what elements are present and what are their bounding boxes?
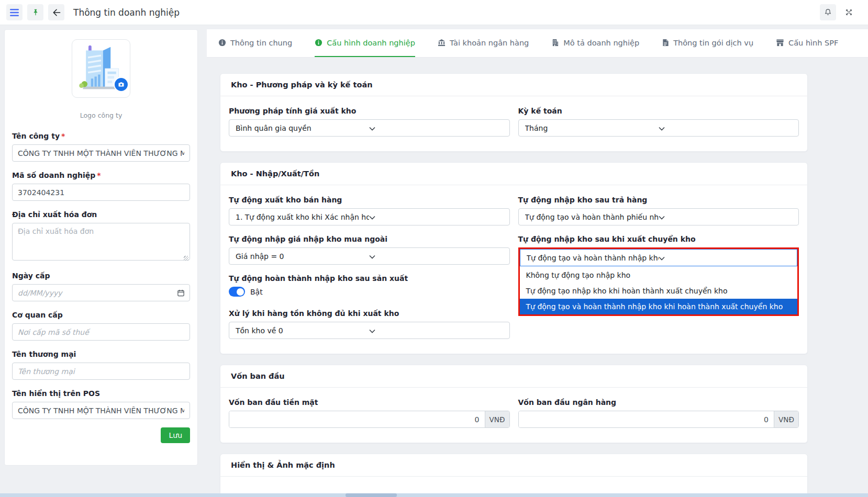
horizontal-scrollbar[interactable]	[0, 493, 868, 497]
tab-mo-ta-doanh-nghiep[interactable]: Mô tả doanh nghiệp	[551, 29, 639, 57]
capital-cash-label: Vốn ban đầu tiền mặt	[229, 398, 510, 406]
camera-icon[interactable]	[114, 77, 129, 92]
chevron-down-icon	[369, 124, 503, 132]
capital-cash-input[interactable]	[229, 411, 485, 427]
highlight-annotation-box: Tự động tạo và hoàn thành nhập kho khi h…	[518, 247, 799, 316]
tabbar: Thông tin chung Cấu hình doanh nghiệp Tà…	[207, 29, 868, 58]
chevron-down-icon	[659, 124, 792, 132]
hamburger-icon	[10, 9, 19, 16]
save-button[interactable]: Lưu	[161, 427, 190, 443]
capital-bank-group: VNĐ	[518, 411, 799, 428]
bell-icon	[824, 8, 832, 17]
company-info-panel: Logo công ty Tên công ty* Mã số doanh ng…	[4, 29, 198, 466]
auto-transfer-option-list: Không tự động tạo nhập kho Tự động tạo n…	[520, 266, 798, 314]
notification-button[interactable]	[820, 4, 836, 20]
auto-transfer-option-3[interactable]: Tự động tạo và hoàn thành nhập kho khi h…	[520, 299, 798, 314]
topbar: Thông tin doanh nghiệp	[0, 0, 868, 25]
tab-cau-hinh-doanh-nghiep[interactable]: Cấu hình doanh nghiệp	[315, 29, 415, 57]
auto-price-select[interactable]: Giá nhập = 0	[229, 247, 510, 265]
insufficient-stock-select[interactable]: Tồn kho về 0	[229, 322, 510, 339]
chevron-down-icon	[369, 213, 503, 221]
tab-cau-hinh-spf[interactable]: Cấu hình SPF	[776, 29, 838, 57]
period-select[interactable]: Tháng	[518, 119, 799, 137]
chevron-down-icon	[369, 252, 503, 261]
pos-name-label: Tên hiển thị trên POS	[12, 389, 190, 398]
document-icon	[662, 39, 669, 47]
tax-code-label: Mã số doanh nghiệp*	[12, 171, 190, 179]
section-display-title: Hiển thị & Ảnh mặc định	[220, 454, 807, 477]
issue-date-input[interactable]	[12, 284, 190, 301]
store-icon	[776, 39, 784, 47]
pin-button[interactable]	[27, 4, 43, 20]
price-method-select[interactable]: Bình quân gia quyền	[229, 119, 510, 137]
issue-date-label: Ngày cấp	[12, 272, 190, 280]
section-accounting-title: Kho - Phương pháp và kỳ kế toán	[220, 74, 807, 96]
tab-tai-khoan-ngan-hang[interactable]: Tài khoản ngân hàng	[438, 29, 529, 57]
auto-transfer-select[interactable]: Tự động tạo và hoàn thành nhập kho khi h…	[520, 249, 798, 266]
auto-export-select[interactable]: 1. Tự động xuất kho khi Xác nhận hoặc In…	[229, 208, 510, 225]
section-accounting: Kho - Phương pháp và kỳ kế toán Phương p…	[220, 73, 808, 152]
currency-addon: VNĐ	[774, 411, 798, 427]
fullscreen-button[interactable]	[841, 4, 857, 20]
capital-bank-label: Vốn ban đầu ngân hàng	[518, 398, 799, 406]
info-icon	[315, 39, 322, 47]
bank-icon	[438, 39, 446, 47]
company-name-label: Tên công ty*	[12, 132, 190, 140]
section-display-defaults: Hiển thị & Ảnh mặc định	[220, 454, 808, 497]
config-content: Kho - Phương pháp và kỳ kế toán Phương p…	[207, 58, 868, 497]
auto-transfer-option-1[interactable]: Không tự động tạo nhập kho	[520, 267, 798, 283]
auto-complete-production-label: Tự động hoàn thành nhập kho sau sản xuất	[229, 274, 510, 283]
back-button[interactable]	[48, 4, 64, 20]
chevron-down-icon	[659, 254, 791, 262]
expand-icon	[844, 8, 853, 17]
pin-icon	[31, 8, 40, 17]
insufficient-stock-label: Xử lý khi hàng tồn không đủ khi xuất kho	[229, 309, 510, 318]
section-inventory: Kho - Nhập/Xuất/Tồn Tự động xuất kho bán…	[220, 162, 808, 354]
info-icon	[218, 39, 226, 47]
invoice-address-label: Địa chỉ xuất hóa đơn	[12, 210, 190, 219]
inventory-left-column: Tự động xuất kho bán hàng 1. Tự động xuấ…	[229, 196, 510, 348]
issuer-input[interactable]	[12, 323, 190, 341]
pos-name-input[interactable]	[12, 402, 190, 419]
auto-transfer-label: Tự động nhập kho sau khi xuất chuyển kho	[518, 235, 799, 243]
tab-thong-tin-goi-dich-vu[interactable]: Thông tin gói dịch vụ	[662, 29, 753, 57]
tab-thong-tin-chung[interactable]: Thông tin chung	[218, 29, 292, 57]
page-title: Thông tin doanh nghiệp	[73, 7, 180, 18]
auto-price-label: Tự động nhập giá nhập kho mua ngoài	[229, 235, 510, 243]
logo-caption: Logo công ty	[12, 111, 190, 119]
auto-import-return-select[interactable]: Tự động tạo và hoàn thành phiếu nhập	[518, 208, 799, 225]
capital-cash-group: VNĐ	[229, 411, 510, 428]
currency-addon: VNĐ	[485, 411, 509, 427]
chevron-down-icon	[369, 326, 503, 335]
scrollbar-thumb[interactable]	[346, 493, 397, 497]
trade-name-label: Tên thương mại	[12, 350, 190, 358]
back-arrow-icon	[52, 8, 61, 17]
section-capital: Vốn ban đầu Vốn ban đầu tiền mặt VNĐ Vốn…	[220, 365, 808, 443]
tax-code-input[interactable]	[12, 184, 190, 201]
price-method-label: Phương pháp tính giá xuất kho	[229, 107, 510, 115]
period-label: Kỳ kế toán	[518, 107, 799, 115]
auto-transfer-option-2[interactable]: Tự động tạo nhập kho khi hoàn thành xuất…	[520, 283, 798, 299]
chevron-down-icon	[659, 213, 792, 221]
company-logo[interactable]	[72, 39, 130, 98]
building-icon	[551, 39, 559, 47]
inventory-right-column: Tự động nhập kho sau trả hàng Tự động tạ…	[518, 196, 799, 348]
issuer-label: Cơ quan cấp	[12, 311, 190, 319]
auto-import-return-label: Tự động nhập kho sau trả hàng	[518, 196, 799, 204]
menu-button[interactable]	[6, 4, 23, 20]
auto-complete-production-toggle[interactable]	[229, 287, 245, 297]
section-capital-title: Vốn ban đầu	[220, 365, 807, 388]
auto-export-label: Tự động xuất kho bán hàng	[229, 196, 510, 204]
section-inventory-title: Kho - Nhập/Xuất/Tồn	[220, 163, 807, 185]
capital-bank-input[interactable]	[519, 411, 774, 427]
invoice-address-textarea[interactable]	[12, 223, 190, 261]
company-name-input[interactable]	[12, 144, 190, 162]
trade-name-input[interactable]	[12, 363, 190, 380]
toggle-state-label: Bật	[250, 288, 263, 296]
